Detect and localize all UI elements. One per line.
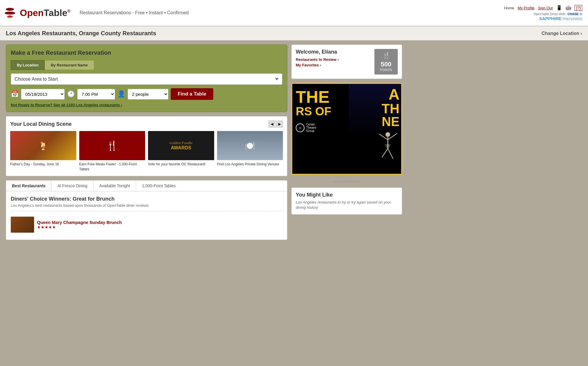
dining-card-golden-foodie[interactable]: Golden Foodie AWARDS Vote for your favor… [148,131,214,172]
card-label-1: Earn Free Meals Faster - 1,000-Point Tab… [79,162,145,172]
brand-name: OpenTable® [20,8,70,18]
reservation-box: Make a Free Restaurant Reservation By Lo… [6,45,287,112]
ctg-circle-icon: ◎ [296,123,304,132]
find-table-button[interactable]: Find a Table [171,88,213,100]
not-ready-text: Not Ready to Reserve? See all 1193 Los A… [11,103,282,107]
clock-icon: 🕐 [67,90,75,98]
you-might-title: You Might Like [296,192,398,198]
ctg-line2: Theatre [306,126,316,129]
ad-line5: NE [382,115,399,128]
dining-scene-title: Your Local Dining Scene [10,121,72,127]
card-label-2: Vote for your favorite OC Restaurant! [148,162,214,167]
restaurant-item[interactable]: Queen Mary Champagne Sunday Brunch ★★★★★ [11,214,282,235]
plate-icon-3 [7,15,13,18]
tab-by-name[interactable]: By Restaurant Name [45,60,94,70]
area-dropdown[interactable]: Choose Area to Start [11,73,282,85]
restaurants-to-review-link[interactable]: Restaurants to Review › [296,57,371,62]
logo-plates [6,8,15,18]
main-content: Make a Free Restaurant Reservation By Lo… [0,40,408,244]
person-icon: 👤 [117,90,125,98]
ad-right-side: A TH NE [349,84,401,174]
controls-row: 📅 05/18/2013 🕐 7:00 PM 👤 2 people Find a… [11,88,282,100]
prev-arrow[interactable]: ◀ [268,121,275,128]
you-might-description: Los Angeles restaurants to try or try ag… [296,200,398,210]
you-might-like-box: You Might Like Los Angeles restaurants t… [291,188,402,215]
dining-card-private-dining[interactable]: 🍽️ Find Los Angeles Private Dining Venue… [217,131,283,172]
welcome-info: Welcome, Eliana Restaurants to Review › … [296,49,371,68]
location-title: Los Angeles Restaurants, Orange County R… [6,30,156,37]
date-picker[interactable]: 05/18/2013 [21,89,65,100]
ad-line3: A [388,87,399,102]
area-select-row: Choose Area to Start [11,73,282,85]
svg-point-0 [385,132,390,137]
ad-line2: RS OF [296,105,345,117]
logo-area: OpenTable® Restaurant Reservations - Fre… [6,8,189,18]
chase-prefix: OpenTable Dines With [534,12,565,16]
tabs-content: Diners' Choice Winners: Great for Brunch… [6,191,287,240]
nav-signout-link[interactable]: Sign Out [538,6,553,10]
dancer-figure [376,131,399,167]
tab-best-restaurants[interactable]: Best Restaurants [6,181,52,191]
next-arrow[interactable]: ▶ [276,121,283,128]
welcome-box: Welcome, Eliana Restaurants to Review › … [291,45,402,79]
tab-available-tonight[interactable]: Available Tonight [94,181,136,191]
dining-scene-header: Your Local Dining Scene ◀ ▶ [10,121,283,128]
sapphire-label: SAPPHIRE [539,16,561,21]
left-col: Make a Free Restaurant Reservation By Lo… [6,45,287,240]
drinks-image: 🍹 [38,141,48,151]
top-links: Home My Profile Sign Out 📱 🤖 [?] [502,5,582,10]
restaurant-stars: ★★★★★ [37,225,282,229]
ctg-logo-area: ◎ Center Theatre Group [296,123,345,132]
nav-arrows: ◀ ▶ [268,121,283,128]
chase-name: CHASE [567,12,579,16]
tab-by-location[interactable]: By Location [11,60,45,70]
svg-line-5 [388,148,393,159]
tab-1000pt[interactable]: 1,000-Point Tables [136,181,182,191]
android-icon: 🤖 [566,5,571,10]
advertisement-box: THE RS OF ◎ Center Theatre Group [291,83,402,175]
fork-icon: 🍴 [378,52,394,59]
silverware-image: 🍴 [106,140,118,151]
restaurant-info: Queen Mary Champagne Sunday Brunch ★★★★★ [37,220,282,229]
restaurant-thumbnail [11,217,34,233]
ad-line4: TH [382,102,399,115]
nav-profile-link[interactable]: My Profile [517,6,534,10]
ad-label: ADVERTISEMENT [291,180,402,183]
restaurant-name: Queen Mary Champagne Sunday Brunch [37,220,282,225]
section-title: Diners' Choice Winners: Great for Brunch [11,196,282,202]
tab-al-fresco[interactable]: Al Fresco Dining [52,181,94,191]
svg-line-4 [382,148,388,157]
tabs-section: Best Restaurants Al Fresco Dining Availa… [6,180,287,240]
private-dining-image: 🍽️ [245,141,255,151]
ctg-line3: Group [306,129,316,132]
dining-cards: 🍹 Father's Day - Sunday, June 16 🍴 Earn … [10,131,283,172]
dining-scene: Your Local Dining Scene ◀ ▶ 🍹 Father's D… [6,116,287,176]
time-picker[interactable]: 7:00 PM [77,89,115,100]
reservation-heading: Make a Free Restaurant Reservation [11,49,282,56]
dining-card-free-meals[interactable]: 🍴 Earn Free Meals Faster - 1,000-Point T… [79,131,145,172]
ctg-name: Center Theatre Group [306,123,316,132]
dining-card-fathers-day[interactable]: 🍹 Father's Day - Sunday, June 16 [10,131,76,172]
golden-foodie-image: Golden Foodie [170,141,192,145]
plate-icon-2 [5,12,15,15]
chase-area: OpenTable Dines With CHASE ⊙ SAPPHIRE PR… [502,12,582,21]
tagline: Restaurant Reservations - Free • Instant… [80,10,189,15]
ad-text-area: THE RS OF ◎ Center Theatre Group [292,84,349,174]
mobile-icon: 📱 [556,5,562,10]
right-col: Welcome, Eliana Restaurants to Review › … [291,45,402,240]
ad-line1: THE [296,89,345,105]
ctg-line1: Center [306,123,316,126]
divider [11,211,282,211]
points-box: 🍴 500 POINTS [374,49,398,75]
my-favorites-link[interactable]: My Favorites › [296,63,371,67]
tabs-row: Best Restaurants Al Fresco Dining Availa… [6,181,287,191]
card-label-0: Father's Day - Sunday, June 16 [10,162,76,167]
party-picker[interactable]: 2 people [128,89,168,100]
preferred-label: PREFERRED [562,17,582,21]
section-sub: Los Angeles's best restaurants based upo… [11,203,282,208]
tab-row: By Location By Restaurant Name [11,60,282,70]
see-all-restaurants-link[interactable]: Not Ready to Reserve? See all 1193 Los A… [11,103,122,107]
location-bar: Los Angeles Restaurants, Orange County R… [0,26,588,40]
change-location-btn[interactable]: Change Location › [541,31,582,36]
points-label: POINTS [378,68,394,72]
